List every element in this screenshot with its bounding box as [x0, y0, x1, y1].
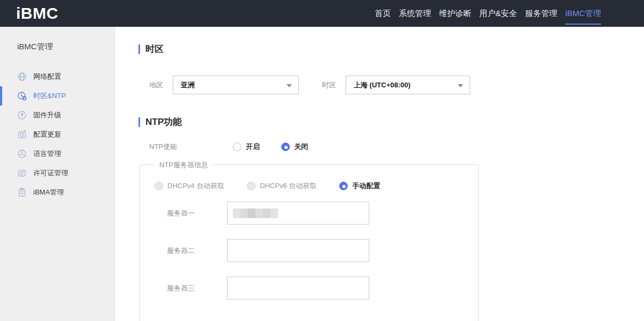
config-update-icon — [17, 130, 27, 139]
sidebar-item-label: 语言管理 — [33, 149, 61, 159]
ntp-server-group-legend: NTP服务器信息 — [155, 160, 213, 170]
sidebar-item-config-update[interactable]: 配置更新 — [0, 125, 115, 144]
license-icon — [17, 168, 27, 178]
ntp-enable-row: NTP使能 开启 关闭 — [149, 142, 644, 152]
ntp-server-group: NTP服务器信息 DHCPv4 自动获取 DHCPv6 自动获取 手动配置 服务… — [140, 165, 479, 321]
radio-label: DHCPv6 自动获取 — [260, 181, 317, 191]
radio-disabled-icon — [155, 182, 163, 190]
manual-config-option[interactable]: 手动配置 — [339, 181, 380, 191]
nav-item-home[interactable]: 首页 — [375, 0, 391, 27]
section-title-text: NTP功能 — [145, 116, 182, 128]
ibmc-logo: iBMC — [16, 4, 58, 23]
ntp-enable-off-option[interactable]: 关闭 — [281, 142, 308, 152]
ibma-icon — [17, 188, 27, 197]
sidebar-item-timezone-ntp[interactable]: 时区&NTP — [0, 86, 115, 106]
redacted-value — [233, 208, 278, 218]
sidebar-item-label: 网络配置 — [33, 72, 61, 81]
nav-item-system[interactable]: 系统管理 — [399, 0, 431, 27]
section-title-text: 时区 — [145, 43, 164, 55]
nav-item-service[interactable]: 服务管理 — [525, 0, 557, 27]
region-select-value: 亚洲 — [181, 80, 195, 90]
region-label: 地区 — [149, 80, 163, 90]
caret-down-icon — [458, 84, 463, 87]
radio-label: DHCPv4 自动获取 — [167, 181, 224, 191]
radio-unselected-icon[interactable] — [233, 143, 241, 151]
server-one-row: 服务器一 — [167, 201, 478, 225]
server-one-label: 服务器一 — [167, 208, 227, 218]
sidebar-menu: 网络配置 时区&NTP 固件升级 配置更新 语言管理 — [0, 67, 115, 202]
sidebar-item-network-config[interactable]: 网络配置 — [0, 67, 115, 86]
clock-icon — [17, 91, 27, 101]
sidebar-item-label: 许可证管理 — [33, 168, 68, 178]
ntp-section-title: NTP功能 — [138, 116, 644, 128]
section-title-bar — [138, 117, 140, 127]
sidebar-item-label: iBMA管理 — [33, 188, 64, 197]
sidebar-title: iBMC管理 — [17, 42, 115, 52]
server-three-input[interactable] — [227, 277, 369, 300]
timezone-select-value: 上海 (UTC+08:00) — [354, 80, 411, 90]
timezone-form-row: 地区 亚洲 时区 上海 (UTC+08:00) — [149, 76, 644, 94]
sidebar-item-label: 时区&NTP — [33, 91, 66, 101]
sidebar-item-language[interactable]: 语言管理 — [0, 144, 115, 163]
server-two-input[interactable] — [227, 239, 369, 262]
sidebar-item-label: 固件升级 — [33, 110, 61, 120]
language-icon — [17, 149, 27, 159]
radio-disabled-icon — [247, 182, 255, 190]
dhcpv4-auto-option[interactable]: DHCPv4 自动获取 — [155, 181, 224, 191]
top-navigation: 首页 系统管理 维护诊断 用户&安全 服务管理 iBMC管理 — [375, 0, 601, 27]
radio-selected-icon[interactable] — [339, 182, 348, 190]
radio-label: 关闭 — [294, 142, 308, 152]
sidebar-item-label: 配置更新 — [33, 130, 61, 139]
dhcpv6-auto-option[interactable]: DHCPv6 自动获取 — [247, 181, 317, 191]
server-two-row: 服务器二 — [167, 239, 478, 262]
timezone-label: 时区 — [322, 80, 336, 90]
main-content: 时区 地区 亚洲 时区 上海 (UTC+08:00) NTP功能 NTP使能 开… — [115, 27, 644, 321]
radio-label: 开启 — [246, 142, 260, 152]
sidebar-item-license[interactable]: 许可证管理 — [0, 163, 115, 183]
ntp-enable-on-option[interactable]: 开启 — [233, 142, 260, 152]
firmware-upgrade-icon — [17, 110, 27, 120]
radio-selected-icon[interactable] — [281, 143, 290, 151]
section-title-bar — [138, 44, 140, 54]
radio-label: 手动配置 — [352, 181, 380, 191]
server-three-label: 服务器三 — [167, 283, 227, 293]
nav-item-maintenance[interactable]: 维护诊断 — [439, 0, 471, 27]
ntp-section: NTP功能 NTP使能 开启 关闭 NTP服务器信息 DHCPv4 自动获取 — [138, 116, 644, 321]
network-icon — [17, 72, 27, 81]
server-three-row: 服务器三 — [167, 277, 478, 300]
ntp-mode-row: DHCPv4 自动获取 DHCPv6 自动获取 手动配置 — [155, 181, 478, 191]
topbar: iBMC 首页 系统管理 维护诊断 用户&安全 服务管理 iBMC管理 — [0, 0, 644, 27]
server-one-input[interactable] — [227, 201, 369, 225]
timezone-section-title: 时区 — [138, 43, 644, 55]
ntp-enable-label: NTP使能 — [149, 142, 233, 152]
sidebar-item-ibma[interactable]: iBMA管理 — [0, 183, 115, 202]
caret-down-icon — [287, 84, 292, 87]
server-two-label: 服务器二 — [167, 246, 227, 256]
sidebar: iBMC管理 网络配置 时区&NTP 固件升级 配置更新 — [0, 27, 115, 321]
nav-item-user-security[interactable]: 用户&安全 — [479, 0, 517, 27]
nav-item-ibmc-management[interactable]: iBMC管理 — [565, 0, 601, 27]
region-select[interactable]: 亚洲 — [173, 76, 299, 94]
sidebar-item-firmware-upgrade[interactable]: 固件升级 — [0, 106, 115, 125]
timezone-select[interactable]: 上海 (UTC+08:00) — [346, 76, 470, 94]
